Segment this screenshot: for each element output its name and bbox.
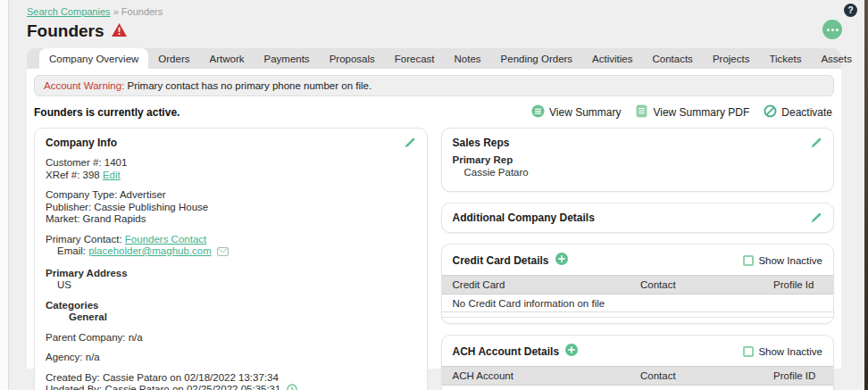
ach-show-inactive-checkbox[interactable] (743, 346, 754, 357)
credit-card-col-credit-card: Credit Card (442, 276, 630, 295)
pdf-document-icon (635, 104, 648, 120)
breadcrumb: Search Companies » Founders (27, 6, 868, 17)
deactivate-button[interactable]: Deactivate (764, 104, 832, 120)
help-button[interactable]: ? (844, 4, 857, 17)
more-actions-button[interactable] (822, 20, 842, 39)
company-info-edit-pencil-icon[interactable] (404, 137, 416, 149)
ach-empty-message: No ACH information on file (442, 386, 834, 390)
company-info-card: Company Info Customer #: 1401 XRef #: 39… (34, 128, 428, 390)
credit-card-empty-message: No Credit Card information on file (442, 295, 834, 312)
help-icon: ? (847, 5, 853, 15)
company-info-title: Company Info (46, 137, 117, 149)
page-header: Search Companies » Founders Founders (0, 0, 868, 41)
table-row: No ACH information on file (442, 386, 834, 390)
view-summary-button[interactable]: View Summary (531, 104, 621, 120)
ach-account-details-card: ACH Account Details Show Inactive ACH (441, 335, 835, 390)
sales-reps-card: Sales Reps Primary Rep Cassie Pataro (441, 128, 835, 192)
additional-details-title: Additional Company Details (453, 212, 595, 224)
history-clock-icon[interactable] (287, 384, 297, 390)
xref-edit-link[interactable]: Edit (103, 170, 121, 180)
add-ach-account-icon[interactable] (565, 344, 578, 359)
sales-reps-title: Sales Reps (453, 137, 510, 149)
content-panel: Account Warning: Primary contact has no … (27, 69, 841, 369)
credit-card-show-inactive-checkbox[interactable] (743, 255, 754, 266)
customer-number: Customer #: 1401 (46, 157, 416, 170)
view-summary-pdf-button[interactable]: View Summary PDF (635, 104, 749, 120)
credit-card-col-contact: Contact (630, 276, 763, 295)
tab-bar: Company Overview Orders Artwork Payments… (27, 48, 841, 69)
breadcrumb-link-search-companies[interactable]: Search Companies (27, 6, 111, 17)
tab-tickets[interactable]: Tickets (759, 48, 811, 69)
ach-show-inactive[interactable]: Show Inactive (743, 346, 822, 357)
created-by: Created By: Cassie Pataro on 02/18/2022 … (46, 372, 416, 385)
envelope-icon[interactable] (217, 247, 229, 260)
tab-forecast[interactable]: Forecast (385, 48, 445, 69)
credit-card-details-card: Credit Card Details Show Inactive Cred (441, 244, 835, 324)
tab-assets[interactable]: Assets (811, 48, 862, 69)
company-status-text: Founders is currently active. (34, 106, 179, 119)
warning-label: Account Warning: (44, 80, 124, 91)
market: Market: Grand Rapids (46, 213, 416, 226)
credit-card-col-profile-id: Profile Id (763, 276, 833, 295)
left-edge-strip (0, 0, 9, 390)
warning-triangle-icon[interactable] (112, 23, 127, 39)
primary-contact-link[interactable]: Founders Contact (125, 234, 206, 245)
email-line: Email: placeholder@maghub.com (46, 245, 416, 260)
breadcrumb-current: Founders (121, 6, 163, 17)
xref-line: XRef #: 398 Edit (46, 170, 416, 182)
tab-notes[interactable]: Notes (445, 48, 491, 69)
right-edge-strip (864, 0, 868, 390)
primary-rep-label: Primary Rep (453, 154, 823, 167)
credit-card-show-inactive[interactable]: Show Inactive (743, 255, 822, 266)
tab-payments[interactable]: Payments (254, 48, 319, 69)
primary-address-value: US (46, 279, 416, 292)
tab-proposals[interactable]: Proposals (320, 48, 385, 69)
table-row: No Credit Card information on file (442, 295, 834, 312)
primary-rep-value: Cassie Pataro (453, 167, 823, 179)
tab-orders[interactable]: Orders (148, 48, 199, 69)
ach-col-profile-id: Profile ID (763, 367, 833, 386)
ach-title: ACH Account Details (453, 345, 560, 358)
account-warning-banner: Account Warning: Primary contact has no … (34, 75, 834, 96)
tab-projects[interactable]: Projects (703, 48, 760, 69)
publisher: Publisher: Cassie Publishing House (46, 202, 416, 214)
divider (442, 317, 834, 318)
summary-list-icon (531, 104, 545, 120)
company-type: Company Type: Advertiser (46, 189, 416, 202)
ach-col-contact: Contact (630, 367, 763, 386)
page-title: Founders (27, 21, 104, 41)
credit-card-title: Credit Card Details (453, 254, 549, 267)
ach-table: ACH Account Contact Profile ID No ACH in… (442, 366, 834, 390)
additional-details-edit-pencil-icon[interactable] (810, 212, 822, 224)
parent-company: Parent Company: n/a (46, 332, 416, 344)
warning-message: Primary contact has no primary phone num… (128, 80, 372, 91)
credit-card-table: Credit Card Contact Profile Id No Credit… (442, 275, 834, 312)
tab-contacts[interactable]: Contacts (642, 48, 702, 69)
agency: Agency: n/a (46, 352, 416, 364)
tab-company-overview[interactable]: Company Overview (39, 48, 148, 69)
primary-contact-line: Primary Contact: Founders Contact (46, 234, 416, 246)
ellipsis-icon (827, 29, 830, 31)
tab-artwork[interactable]: Artwork (200, 48, 255, 69)
deactivate-no-entry-icon (764, 104, 777, 120)
ach-col-account: ACH Account (442, 367, 630, 386)
updated-by-line: Updated By: Cassie Pataro on 02/25/2022 … (46, 384, 416, 390)
tab-pending-orders[interactable]: Pending Orders (491, 48, 583, 69)
tab-activities[interactable]: Activities (582, 48, 642, 69)
primary-address-label: Primary Address (46, 268, 416, 280)
additional-company-details-card: Additional Company Details (441, 203, 835, 233)
breadcrumb-separator: » (113, 6, 119, 17)
categories-value: General (46, 311, 416, 324)
email-link[interactable]: placeholder@maghub.com (88, 245, 212, 256)
sales-reps-edit-pencil-icon[interactable] (810, 137, 822, 149)
categories-label: Categories (46, 300, 416, 312)
add-credit-card-icon[interactable] (555, 253, 568, 268)
